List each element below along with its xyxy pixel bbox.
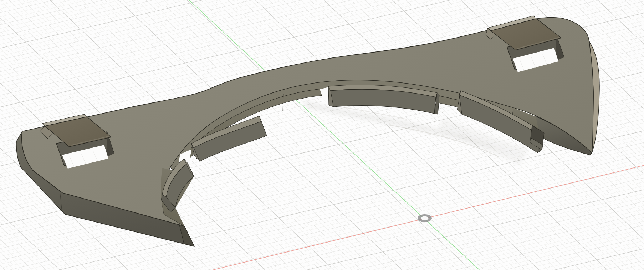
viewport-canvas[interactable] — [0, 0, 644, 270]
cad-viewport[interactable] — [0, 0, 644, 270]
origin-marker[interactable] — [418, 214, 432, 222]
